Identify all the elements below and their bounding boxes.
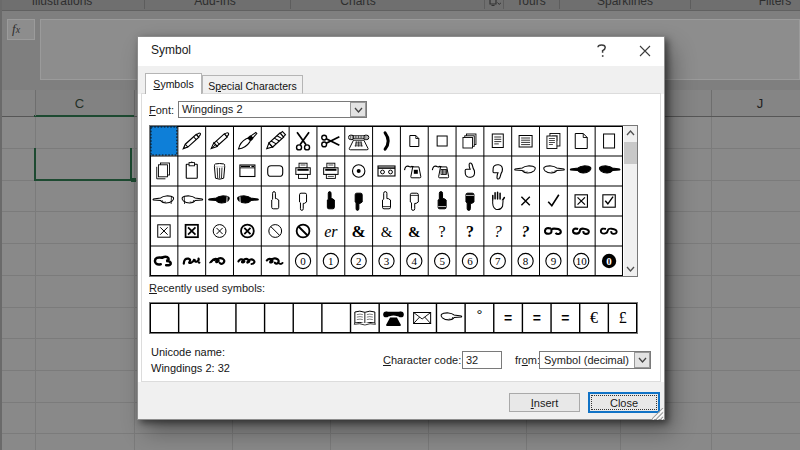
svg-text:1: 1: [328, 255, 334, 267]
svg-text:10: 10: [576, 255, 588, 267]
svg-text:?: ?: [466, 223, 474, 240]
svg-text:&: &: [352, 222, 366, 241]
svg-text:6: 6: [467, 255, 473, 267]
svg-text:=: =: [504, 310, 512, 326]
svg-text:°: °: [476, 306, 482, 323]
svg-text:€: €: [590, 309, 598, 326]
svg-text:0: 0: [300, 255, 306, 267]
svg-text:0: 0: [606, 255, 612, 267]
svg-text:2: 2: [356, 255, 362, 267]
svg-text:4: 4: [412, 255, 418, 267]
svg-text:5: 5: [439, 255, 445, 267]
svg-text:3: 3: [384, 255, 390, 267]
svg-text:8: 8: [523, 255, 529, 267]
svg-text:=: =: [561, 310, 569, 326]
svg-text:=: =: [533, 310, 541, 326]
svg-text:er: er: [324, 223, 338, 240]
svg-text:7: 7: [495, 255, 501, 267]
svg-text:&: &: [381, 224, 393, 240]
svg-text:9: 9: [551, 255, 557, 267]
svg-text:&: &: [408, 224, 421, 240]
svg-text:?: ?: [522, 223, 530, 240]
svg-text:£: £: [619, 309, 627, 326]
svg-text:?: ?: [494, 223, 502, 240]
svg-text:?: ?: [439, 223, 446, 240]
